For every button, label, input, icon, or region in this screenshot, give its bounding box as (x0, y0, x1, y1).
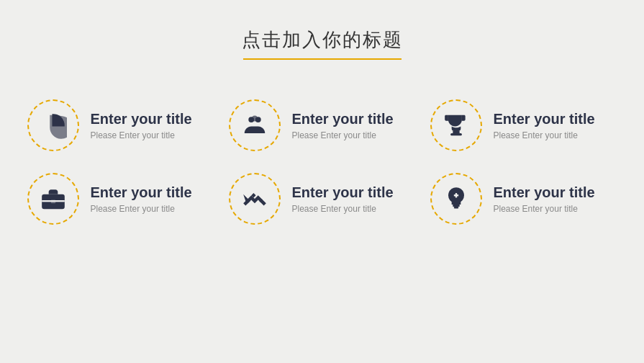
card-subtitle-lightbulb: Please Enter your title (494, 204, 595, 214)
card-team: Enter your title Please Enter your title (229, 99, 416, 151)
card-pie-chart: Enter your title Please Enter your title (27, 99, 214, 151)
card-subtitle-pie-chart: Please Enter your title (91, 130, 192, 140)
card-text-pie-chart: Enter your title Please Enter your title (91, 110, 192, 140)
svg-rect-8 (453, 205, 460, 207)
icon-circle-trophy (430, 99, 482, 151)
card-subtitle-team: Please Enter your title (292, 130, 394, 140)
card-title-team: Enter your title (292, 110, 394, 127)
title-underline (243, 58, 402, 60)
briefcase-icon (40, 185, 67, 212)
card-text-handshake: Enter your title Please Enter your title (292, 184, 394, 214)
card-text-trophy: Enter your title Please Enter your title (494, 110, 595, 140)
handshake-icon (241, 185, 268, 212)
card-text-lightbulb: Enter your title Please Enter your title (494, 184, 595, 214)
card-text-team: Enter your title Please Enter your title (292, 110, 394, 140)
card-subtitle-handshake: Please Enter your title (292, 204, 394, 214)
page-title: 点击加入你的标题 (242, 27, 403, 53)
icon-circle-pie-chart (27, 99, 79, 151)
card-trophy: Enter your title Please Enter your title (430, 99, 617, 151)
card-text-briefcase: Enter your title Please Enter your title (91, 184, 192, 214)
card-title-trophy: Enter your title (494, 110, 595, 127)
card-subtitle-briefcase: Please Enter your title (91, 204, 192, 214)
cards-grid: Enter your title Please Enter your title… (13, 99, 632, 225)
page-header: 点击加入你的标题 (242, 27, 403, 60)
card-title-pie-chart: Enter your title (91, 110, 192, 127)
svg-rect-3 (453, 131, 460, 133)
trophy-icon (443, 112, 470, 139)
team-icon (241, 112, 268, 139)
card-title-lightbulb: Enter your title (494, 184, 595, 201)
pie-chart-icon (40, 112, 67, 139)
svg-rect-7 (50, 200, 55, 204)
icon-circle-lightbulb (430, 173, 482, 225)
icon-circle-team (229, 99, 281, 151)
card-title-briefcase: Enter your title (91, 184, 192, 201)
card-briefcase: Enter your title Please Enter your title (27, 173, 214, 225)
lightbulb-icon (443, 185, 470, 212)
svg-point-2 (252, 116, 258, 122)
icon-circle-handshake (229, 173, 281, 225)
svg-rect-9 (453, 207, 458, 208)
card-subtitle-trophy: Please Enter your title (494, 130, 595, 140)
icon-circle-briefcase (27, 173, 79, 225)
card-lightbulb: Enter your title Please Enter your title (430, 173, 617, 225)
svg-rect-4 (450, 133, 462, 135)
card-handshake: Enter your title Please Enter your title (229, 173, 416, 225)
card-title-handshake: Enter your title (292, 184, 394, 201)
